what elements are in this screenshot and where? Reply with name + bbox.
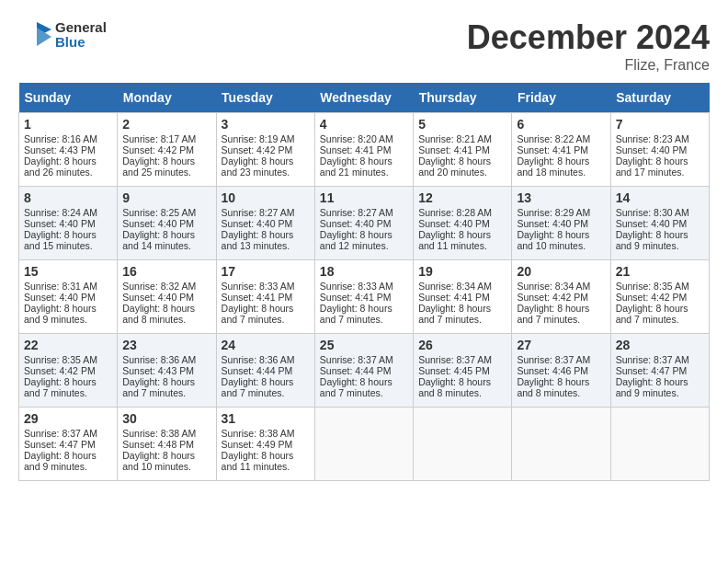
day-info: Sunrise: 8:36 AM	[222, 354, 310, 365]
day-number: 31	[222, 411, 310, 426]
day-info: Sunset: 4:40 PM	[517, 218, 605, 229]
day-info: Daylight: 8 hours	[24, 155, 112, 167]
day-number: 25	[320, 338, 408, 352]
day-info: and 8 minutes.	[418, 387, 506, 398]
day-info: Sunrise: 8:35 AM	[616, 281, 704, 292]
calendar-cell: 8Sunrise: 8:24 AMSunset: 4:40 PMDaylight…	[19, 187, 118, 260]
day-info: and 15 minutes.	[24, 240, 112, 251]
logo: GeneralBlue	[18, 18, 107, 52]
day-info: Sunrise: 8:37 AM	[517, 354, 605, 365]
day-info: Daylight: 8 hours	[616, 229, 704, 240]
day-info: Sunrise: 8:37 AM	[320, 354, 408, 365]
day-number: 24	[222, 338, 310, 352]
day-number: 13	[517, 190, 605, 205]
day-info: Sunrise: 8:27 AM	[320, 207, 408, 218]
day-info: Sunrise: 8:22 AM	[517, 133, 605, 144]
calendar-cell: 9Sunrise: 8:25 AMSunset: 4:40 PMDaylight…	[118, 187, 216, 260]
day-info: Sunrise: 8:38 AM	[222, 428, 310, 439]
day-info: and 11 minutes.	[418, 240, 506, 251]
day-info: Daylight: 8 hours	[222, 155, 310, 167]
calendar-cell: 20Sunrise: 8:34 AMSunset: 4:42 PMDayligh…	[512, 260, 610, 334]
day-number: 26	[418, 338, 506, 352]
day-info: Daylight: 8 hours	[122, 376, 210, 387]
day-info: Sunset: 4:40 PM	[122, 218, 210, 229]
day-info: and 9 minutes.	[616, 387, 704, 398]
day-info: Daylight: 8 hours	[24, 450, 112, 461]
day-number: 16	[122, 264, 210, 279]
day-info: and 8 minutes.	[517, 387, 605, 398]
day-header-sunday: Sunday	[19, 83, 118, 113]
day-info: Sunset: 4:42 PM	[517, 292, 605, 303]
day-number: 5	[418, 117, 506, 132]
day-info: and 7 minutes.	[320, 387, 408, 398]
day-info: and 21 minutes.	[320, 167, 408, 178]
calendar-cell: 10Sunrise: 8:27 AMSunset: 4:40 PMDayligh…	[216, 187, 314, 260]
calendar-cell: 23Sunrise: 8:36 AMSunset: 4:43 PMDayligh…	[118, 334, 216, 408]
day-info: Sunset: 4:43 PM	[24, 144, 112, 155]
calendar-cell: 11Sunrise: 8:27 AMSunset: 4:40 PMDayligh…	[314, 187, 413, 260]
calendar-cell: 31Sunrise: 8:38 AMSunset: 4:49 PMDayligh…	[216, 408, 314, 481]
day-info: and 7 minutes.	[122, 387, 210, 398]
day-info: Sunrise: 8:27 AM	[222, 207, 310, 218]
calendar-cell: 30Sunrise: 8:38 AMSunset: 4:48 PMDayligh…	[118, 408, 216, 481]
day-info: Sunset: 4:40 PM	[418, 218, 506, 229]
day-info: Daylight: 8 hours	[616, 155, 704, 167]
calendar-cell: 27Sunrise: 8:37 AMSunset: 4:46 PMDayligh…	[512, 334, 610, 408]
day-info: Sunset: 4:46 PM	[517, 365, 605, 376]
day-header-thursday: Thursday	[414, 83, 512, 113]
day-info: Daylight: 8 hours	[320, 376, 408, 387]
day-number: 30	[122, 411, 210, 426]
calendar-cell: 25Sunrise: 8:37 AMSunset: 4:44 PMDayligh…	[314, 334, 413, 408]
day-info: Sunrise: 8:29 AM	[517, 207, 605, 218]
calendar-row: 8Sunrise: 8:24 AMSunset: 4:40 PMDaylight…	[19, 187, 710, 260]
calendar-cell: 1Sunrise: 8:16 AMSunset: 4:43 PMDaylight…	[19, 113, 118, 187]
day-info: Daylight: 8 hours	[418, 229, 506, 240]
day-info: Sunrise: 8:36 AM	[122, 354, 210, 365]
day-header-friday: Friday	[512, 83, 610, 113]
day-info: Sunset: 4:40 PM	[616, 218, 704, 229]
calendar-cell: 3Sunrise: 8:19 AMSunset: 4:42 PMDaylight…	[216, 113, 314, 187]
day-info: Sunrise: 8:37 AM	[418, 354, 506, 365]
day-number: 1	[24, 117, 112, 132]
day-info: Sunset: 4:44 PM	[320, 365, 408, 376]
day-header-tuesday: Tuesday	[216, 83, 314, 113]
day-info: Sunrise: 8:21 AM	[418, 133, 506, 144]
day-number: 8	[24, 190, 112, 205]
calendar-cell: 22Sunrise: 8:35 AMSunset: 4:42 PMDayligh…	[19, 334, 118, 408]
day-info: Sunrise: 8:37 AM	[24, 428, 112, 439]
logo-bird-icon	[18, 18, 51, 52]
day-number: 29	[24, 411, 112, 426]
calendar-cell: 14Sunrise: 8:30 AMSunset: 4:40 PMDayligh…	[610, 187, 709, 260]
day-info: Daylight: 8 hours	[122, 450, 210, 461]
day-info: Daylight: 8 hours	[122, 155, 210, 167]
day-number: 10	[222, 190, 310, 205]
day-info: and 9 minutes.	[616, 240, 704, 251]
calendar-cell: 16Sunrise: 8:32 AMSunset: 4:40 PMDayligh…	[118, 260, 216, 334]
day-info: and 25 minutes.	[122, 167, 210, 178]
day-info: and 26 minutes.	[24, 167, 112, 178]
month-title: December 2024	[467, 18, 710, 57]
day-info: Sunrise: 8:17 AM	[122, 133, 210, 144]
day-info: and 10 minutes.	[517, 240, 605, 251]
day-info: Daylight: 8 hours	[122, 303, 210, 314]
location: Flize, France	[467, 57, 710, 74]
day-info: Daylight: 8 hours	[222, 303, 310, 314]
day-info: Sunrise: 8:25 AM	[122, 207, 210, 218]
day-info: Sunrise: 8:34 AM	[517, 281, 605, 292]
day-info: and 7 minutes.	[616, 314, 704, 325]
day-info: Sunset: 4:41 PM	[517, 144, 605, 155]
day-number: 4	[320, 117, 408, 132]
day-info: Daylight: 8 hours	[320, 303, 408, 314]
day-info: and 7 minutes.	[222, 387, 310, 398]
day-number: 28	[616, 338, 704, 352]
day-info: Sunset: 4:41 PM	[320, 144, 408, 155]
day-number: 3	[222, 117, 310, 132]
day-info: and 12 minutes.	[320, 240, 408, 251]
day-info: Sunrise: 8:16 AM	[24, 133, 112, 144]
day-info: Daylight: 8 hours	[24, 303, 112, 314]
day-info: and 7 minutes.	[320, 314, 408, 325]
header-row: SundayMondayTuesdayWednesdayThursdayFrid…	[19, 83, 710, 113]
calendar-cell: 24Sunrise: 8:36 AMSunset: 4:44 PMDayligh…	[216, 334, 314, 408]
calendar-cell: 28Sunrise: 8:37 AMSunset: 4:47 PMDayligh…	[610, 334, 709, 408]
day-info: Daylight: 8 hours	[517, 155, 605, 167]
